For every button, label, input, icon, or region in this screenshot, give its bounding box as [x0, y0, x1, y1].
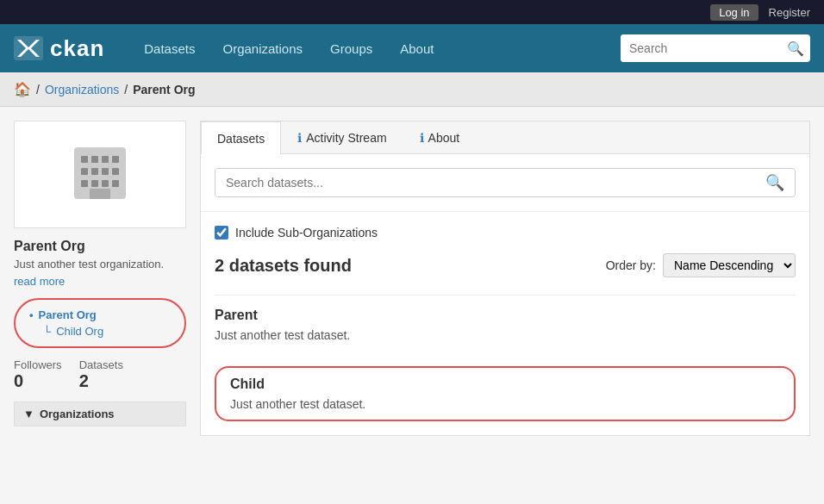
- org-logo-box: [14, 121, 186, 228]
- org-name: Parent Org: [14, 239, 186, 254]
- nav-organizations[interactable]: Organizations: [209, 24, 316, 72]
- nav-links: Datasets Organizations Groups About: [130, 24, 621, 72]
- followers-value: 0: [14, 371, 62, 391]
- svg-rect-13: [102, 180, 109, 187]
- include-suborgs-checkbox[interactable]: [215, 226, 228, 240]
- about-icon: ℹ: [420, 131, 424, 145]
- search-datasets: 🔍: [215, 168, 796, 197]
- parent-org-label: Parent Org: [39, 308, 97, 321]
- search-input[interactable]: [621, 34, 780, 62]
- results-count: 2 datasets found: [215, 256, 352, 276]
- triangle-icon: ▼: [23, 408, 34, 420]
- tab-about[interactable]: ℹ About: [403, 121, 477, 153]
- org-tree-box: • Parent Org └ Child Org: [14, 298, 186, 348]
- register-link[interactable]: Register: [769, 6, 810, 19]
- dataset-child-circled: Child Just another test dataset.: [215, 366, 796, 421]
- logo[interactable]: ckan: [14, 35, 104, 62]
- stats-row: Followers 0 Datasets 2: [14, 358, 186, 391]
- svg-rect-14: [112, 180, 119, 187]
- sidebar-section-label: Organizations: [40, 408, 115, 420]
- breadcrumb-separator: /: [36, 83, 40, 96]
- svg-rect-10: [112, 168, 119, 175]
- breadcrumb-current: Parent Org: [133, 83, 195, 96]
- datasets-search-input[interactable]: [215, 169, 755, 196]
- read-more-link[interactable]: read more: [14, 275, 65, 288]
- followers-stat: Followers 0: [14, 358, 62, 391]
- nav-datasets[interactable]: Datasets: [130, 24, 209, 72]
- svg-rect-8: [91, 168, 98, 175]
- tab-datasets[interactable]: Datasets: [201, 121, 281, 154]
- results-header: 2 datasets found Order by: Name Descendi…: [215, 253, 796, 277]
- order-by-label: Order by:: [606, 258, 656, 272]
- search-box: 🔍: [621, 34, 810, 62]
- dataset-child-name[interactable]: Child: [230, 376, 780, 392]
- svg-rect-5: [102, 156, 109, 163]
- nav-groups[interactable]: Groups: [316, 24, 386, 72]
- dataset-parent-name[interactable]: Parent: [215, 308, 796, 323]
- home-icon: 🏠: [14, 81, 31, 97]
- content-body: Include Sub-Organizations 2 datasets fou…: [201, 212, 809, 435]
- org-tree-child[interactable]: └ Child Org: [29, 325, 171, 338]
- content-area: Datasets ℹ Activity Stream ℹ About 🔍 Inc…: [200, 121, 810, 436]
- datasets-stat: Datasets 2: [79, 358, 123, 391]
- svg-rect-9: [102, 168, 109, 175]
- org-icon: [66, 139, 134, 208]
- nav-about[interactable]: About: [386, 24, 447, 72]
- logo-text: ckan: [50, 35, 104, 62]
- svg-rect-15: [90, 189, 110, 199]
- bullet-icon: •: [29, 308, 34, 321]
- navbar: ckan Datasets Organizations Groups About…: [0, 24, 824, 72]
- activity-icon: ℹ: [297, 131, 302, 145]
- svg-rect-3: [81, 156, 88, 163]
- svg-rect-12: [91, 180, 98, 187]
- org-tree-parent[interactable]: • Parent Org: [29, 308, 171, 321]
- breadcrumb: 🏠 / Organizations / Parent Org: [0, 72, 824, 107]
- search-datasets-box: 🔍: [201, 154, 809, 212]
- sidebar: Parent Org Just another test organizatio…: [14, 121, 186, 436]
- dataset-parent-desc: Just another test dataset.: [215, 328, 796, 342]
- dataset-parent: Parent Just another test dataset.: [215, 295, 796, 354]
- include-suborgs: Include Sub-Organizations: [215, 226, 796, 240]
- datasets-stat-label: Datasets: [79, 358, 123, 371]
- child-indent-icon: └: [43, 325, 51, 338]
- child-org-label: Child Org: [56, 325, 103, 338]
- dataset-child-desc: Just another test dataset.: [230, 397, 780, 411]
- search-button[interactable]: 🔍: [780, 40, 810, 57]
- order-by-select[interactable]: Name Descending Name Ascending Last Modi…: [663, 253, 796, 277]
- org-desc: Just another test organization.: [14, 258, 186, 271]
- svg-rect-6: [112, 156, 119, 163]
- datasets-search-button[interactable]: 🔍: [755, 173, 795, 192]
- order-by: Order by: Name Descending Name Ascending…: [606, 253, 796, 277]
- login-button[interactable]: Log in: [710, 4, 758, 21]
- tabs: Datasets ℹ Activity Stream ℹ About: [201, 121, 809, 154]
- sidebar-organizations-title[interactable]: ▼ Organizations: [14, 401, 186, 426]
- main-container: Parent Org Just another test organizatio…: [0, 107, 824, 450]
- svg-rect-4: [91, 156, 98, 163]
- top-bar: Log in Register: [0, 0, 824, 24]
- svg-rect-11: [81, 180, 88, 187]
- include-suborgs-label: Include Sub-Organizations: [235, 226, 378, 240]
- svg-rect-7: [81, 168, 88, 175]
- breadcrumb-separator2: /: [124, 83, 128, 96]
- followers-label: Followers: [14, 358, 62, 371]
- datasets-stat-value: 2: [79, 371, 123, 391]
- breadcrumb-organizations[interactable]: Organizations: [45, 83, 119, 96]
- tab-activity-stream[interactable]: ℹ Activity Stream: [281, 121, 403, 153]
- logo-icon: [14, 36, 43, 60]
